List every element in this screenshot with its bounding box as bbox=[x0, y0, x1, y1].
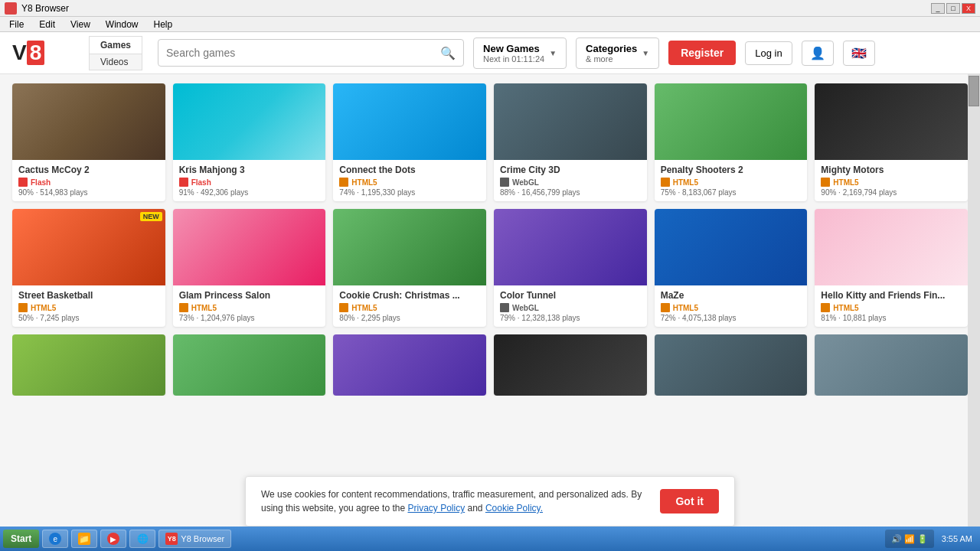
taskbar-item-media[interactable]: ▶ bbox=[100, 530, 126, 548]
games-row-1: Cactus McCoy 2Flash90% · 514,983 playsKr… bbox=[12, 83, 968, 201]
flag-icon: 🇬🇧 bbox=[851, 47, 867, 60]
game-stats: 79% · 12,328,138 plays bbox=[500, 314, 641, 322]
tech-icon bbox=[821, 178, 830, 187]
window-icon bbox=[5, 2, 17, 15]
main-content: Cactus McCoy 2Flash90% · 514,983 playsKr… bbox=[0, 74, 980, 527]
start-button[interactable]: Start bbox=[3, 530, 39, 548]
window-controls[interactable]: _ □ X bbox=[931, 3, 975, 14]
window-title: Y8 Browser bbox=[21, 3, 69, 14]
y8-label: Y8 Browser bbox=[181, 534, 224, 543]
game-card[interactable]: Penalty Shooters 2HTML575% · 8,183,067 p… bbox=[655, 83, 808, 201]
game-stats: 75% · 8,183,067 plays bbox=[661, 188, 802, 197]
search-input[interactable] bbox=[166, 47, 440, 59]
privacy-policy-link[interactable]: Privacy Policy bbox=[407, 503, 465, 514]
scroll-thumb[interactable] bbox=[969, 76, 979, 106]
chevron-down-icon: ▼ bbox=[549, 49, 557, 57]
user-icon-button[interactable]: 👤 bbox=[802, 41, 834, 66]
game-tech: HTML5 bbox=[821, 303, 962, 312]
game-card[interactable]: NEWStreet BasketballHTML550% · 7,245 pla… bbox=[12, 209, 165, 327]
cookie-banner: We use cookies for content recommendatio… bbox=[245, 476, 735, 527]
tech-label: HTML5 bbox=[191, 304, 217, 312]
logo-v: V bbox=[12, 41, 27, 65]
game-tech: HTML5 bbox=[821, 178, 962, 187]
game-card[interactable]: Maze RunnerHTML575% · 1,234,567 plays bbox=[333, 334, 486, 396]
game-card[interactable]: Football StarHTML585% · 4,321,098 plays bbox=[815, 334, 968, 396]
maximize-button[interactable]: □ bbox=[946, 3, 960, 14]
game-title: Connect the Dots bbox=[339, 165, 480, 175]
game-card[interactable]: MaZeHTML572% · 4,075,138 plays bbox=[655, 209, 808, 327]
user-icon: 👤 bbox=[810, 47, 825, 60]
tab-videos[interactable]: Videos bbox=[89, 54, 142, 70]
tech-icon bbox=[339, 303, 348, 312]
game-card[interactable]: Speed RacerHTML588% · 3,456,789 plays bbox=[494, 334, 647, 396]
tech-icon bbox=[339, 178, 348, 187]
taskbar-item-folder[interactable]: 📁 bbox=[71, 530, 97, 548]
game-stats: 91% · 492,306 plays bbox=[179, 188, 320, 197]
game-title: Penalty Shooters 2 bbox=[661, 165, 802, 175]
new-games-button[interactable]: New Games Next in 01:11:24 ▼ bbox=[473, 37, 567, 69]
logo[interactable]: V 8 bbox=[12, 41, 74, 65]
new-games-timer: Next in 01:11:24 bbox=[483, 54, 544, 64]
menubar: File Edit View Window Help bbox=[0, 17, 980, 32]
menu-view[interactable]: View bbox=[64, 18, 96, 31]
game-card[interactable]: Crime City 3DWebGL88% · 16,456,799 plays bbox=[494, 83, 647, 201]
taskbar-item-chrome[interactable]: 🌐 bbox=[129, 530, 155, 548]
game-card[interactable]: Connect the DotsHTML574% · 1,195,330 pla… bbox=[333, 83, 486, 201]
new-games-info: New Games Next in 01:11:24 bbox=[483, 43, 544, 64]
login-button[interactable]: Log in bbox=[745, 41, 792, 65]
taskbar-tray: 🔊 📶 🔋 bbox=[885, 530, 934, 548]
game-tech: HTML5 bbox=[339, 178, 480, 187]
tech-label: HTML5 bbox=[31, 304, 56, 312]
tech-icon bbox=[821, 303, 830, 312]
menu-file[interactable]: File bbox=[3, 18, 30, 31]
categories-label: Categories bbox=[586, 43, 637, 54]
game-card[interactable]: Color TunnelWebGL79% · 12,328,138 plays bbox=[494, 209, 647, 327]
tray-icons: 🔊 📶 🔋 bbox=[891, 534, 928, 544]
top-nav: V 8 Games Videos 🔍 New Games Next in 01:… bbox=[0, 32, 980, 74]
game-stats: 73% · 1,204,976 plays bbox=[179, 314, 320, 322]
categories-info: Categories & more bbox=[586, 43, 637, 64]
tab-games[interactable]: Games bbox=[89, 36, 142, 54]
tech-label: WebGL bbox=[512, 178, 539, 187]
game-stats: 90% · 514,983 plays bbox=[18, 188, 159, 197]
window-titlebar: Y8 Browser _ □ X bbox=[0, 0, 980, 17]
tech-icon bbox=[500, 178, 509, 187]
register-button[interactable]: Register bbox=[668, 41, 736, 65]
logo-8: 8 bbox=[27, 41, 45, 65]
taskbar: Start e 📁 ▶ 🌐 Y8 Y8 Browser 🔊 📶 🔋 3:55 A… bbox=[0, 527, 980, 551]
game-tech: Flash bbox=[18, 178, 159, 187]
language-button[interactable]: 🇬🇧 bbox=[843, 41, 875, 66]
minimize-button[interactable]: _ bbox=[931, 3, 945, 14]
tech-label: Flash bbox=[191, 178, 211, 187]
new-games-label: New Games bbox=[483, 43, 544, 54]
game-card[interactable]: Mighty MotorsHTML590% · 2,169,794 plays bbox=[815, 83, 968, 201]
close-button[interactable]: X bbox=[962, 3, 975, 14]
cookie-text: We use cookies for content recommendatio… bbox=[261, 487, 648, 515]
game-card[interactable]: Glam Princess SalonHTML573% · 1,204,976 … bbox=[173, 209, 326, 327]
game-card[interactable]: Soccer HeroHTML582% · 5,432,100 plays bbox=[173, 334, 326, 396]
game-card[interactable]: Kris Mahjong 3Flash91% · 492,306 plays bbox=[173, 83, 326, 201]
got-it-button[interactable]: Got it bbox=[660, 489, 719, 514]
game-card[interactable]: Cookie Crush: Christmas ...HTML580% · 2,… bbox=[333, 209, 486, 327]
game-card[interactable]: Plants vs ZombiesHTML587% · 2,345,678 pl… bbox=[12, 334, 165, 396]
game-tech: Flash bbox=[179, 178, 320, 187]
tech-icon bbox=[18, 178, 28, 187]
game-title: Street Basketball bbox=[18, 290, 159, 301]
menu-window[interactable]: Window bbox=[100, 18, 145, 31]
search-box[interactable]: 🔍 bbox=[158, 39, 464, 67]
tech-label: HTML5 bbox=[673, 178, 698, 187]
cookie-policy-link[interactable]: Cookie Policy. bbox=[485, 503, 543, 514]
game-title: Color Tunnel bbox=[500, 290, 641, 301]
categories-button[interactable]: Categories & more ▼ bbox=[576, 37, 659, 69]
menu-edit[interactable]: Edit bbox=[33, 18, 61, 31]
scrollbar[interactable] bbox=[968, 74, 980, 527]
game-card[interactable]: War ZoneWebGL90% · 8,765,432 plays bbox=[655, 334, 808, 396]
game-title: Cactus McCoy 2 bbox=[18, 165, 159, 175]
taskbar-item-ie[interactable]: e bbox=[42, 530, 68, 548]
cookie-and: and bbox=[468, 503, 483, 514]
game-card[interactable]: Cactus McCoy 2Flash90% · 514,983 plays bbox=[12, 83, 165, 201]
game-tech: HTML5 bbox=[179, 303, 320, 312]
taskbar-item-y8[interactable]: Y8 Y8 Browser bbox=[158, 530, 231, 548]
menu-help[interactable]: Help bbox=[148, 18, 179, 31]
game-card[interactable]: Hello Kitty and Friends Fin...HTML581% ·… bbox=[815, 209, 968, 327]
